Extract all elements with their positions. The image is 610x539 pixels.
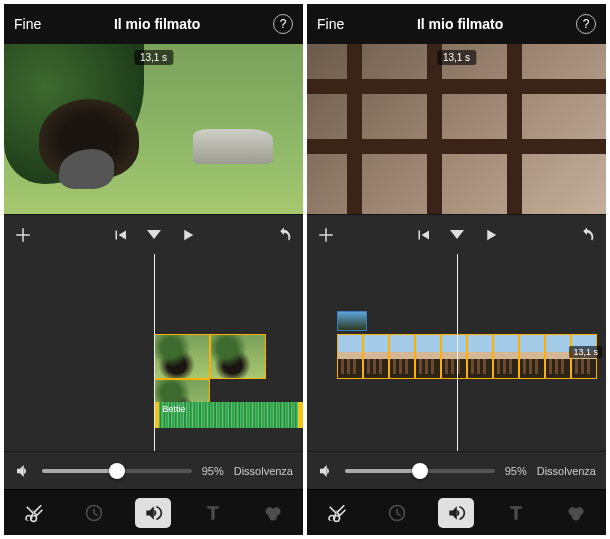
tool-bar (4, 489, 303, 535)
volume-tool[interactable] (438, 498, 474, 528)
clip-thumbnail[interactable] (154, 334, 210, 379)
playhead-line (154, 254, 155, 451)
clip-thumbnail[interactable] (519, 334, 545, 379)
skip-back-button[interactable] (414, 226, 432, 244)
playhead-indicator-icon (450, 230, 464, 239)
preview-timecode: 13,1 s (134, 50, 173, 65)
undo-button[interactable] (275, 226, 293, 244)
clip-thumbnail[interactable] (493, 334, 519, 379)
cut-tool[interactable] (319, 498, 355, 528)
text-tool[interactable] (498, 498, 534, 528)
play-button[interactable] (482, 226, 500, 244)
volume-slider[interactable] (42, 469, 192, 473)
filter-tool[interactable] (558, 498, 594, 528)
playhead-indicator-icon (147, 230, 161, 239)
clip-thumbnail[interactable] (363, 334, 389, 379)
add-media-button[interactable] (317, 226, 335, 244)
volume-percent: 95% (202, 465, 224, 477)
timeline-timecode: 13,1 s (569, 346, 602, 358)
done-button[interactable]: Fine (317, 16, 344, 32)
speed-tool[interactable] (379, 498, 415, 528)
project-title: Il mio filmato (114, 16, 200, 32)
fade-button[interactable]: Dissolvenza (537, 465, 596, 477)
timeline[interactable]: 13,1 s (307, 254, 606, 451)
preview-timecode: 13,1 s (437, 50, 476, 65)
clip-thumbnail[interactable] (441, 334, 467, 379)
audio-clip-label: Bettie (163, 404, 186, 414)
clip-thumbnail[interactable] (467, 334, 493, 379)
volume-row: 95% Dissolvenza (4, 451, 303, 489)
preview-area: 13,1 s (4, 44, 303, 214)
play-button[interactable] (179, 226, 197, 244)
volume-row: 95% Dissolvenza (307, 451, 606, 489)
volume-icon (317, 462, 335, 480)
volume-percent: 95% (505, 465, 527, 477)
undo-button[interactable] (578, 226, 596, 244)
slider-knob[interactable] (109, 463, 125, 479)
tool-bar (307, 489, 606, 535)
clip-thumbnail[interactable] (389, 334, 415, 379)
text-tool[interactable] (195, 498, 231, 528)
help-button[interactable]: ? (576, 14, 596, 34)
playhead-line (457, 254, 458, 451)
filter-tool[interactable] (255, 498, 291, 528)
volume-tool[interactable] (135, 498, 171, 528)
speed-tool[interactable] (76, 498, 112, 528)
help-button[interactable]: ? (273, 14, 293, 34)
volume-icon (14, 462, 32, 480)
svg-point-5 (572, 512, 580, 520)
clip-thumbnail[interactable] (210, 334, 266, 379)
video-track[interactable] (154, 334, 304, 379)
header: Fine Il mio filmato ? (4, 4, 303, 44)
slider-knob[interactable] (412, 463, 428, 479)
pip-clip[interactable] (337, 311, 367, 331)
volume-slider[interactable] (345, 469, 495, 473)
svg-point-2 (269, 512, 277, 520)
preview-area: 13,1 s (307, 44, 606, 214)
screen-right: Fine Il mio filmato ? 13,1 s 13,1 s 95% … (307, 4, 606, 535)
clip-thumbnail[interactable] (545, 334, 571, 379)
transport-bar (307, 214, 606, 254)
clip-thumbnail[interactable] (337, 334, 363, 379)
header: Fine Il mio filmato ? (307, 4, 606, 44)
transport-bar (4, 214, 303, 254)
screen-left: Fine Il mio filmato ? 13,1 s Bettie (4, 4, 303, 535)
fade-button[interactable]: Dissolvenza (234, 465, 293, 477)
clip-thumbnail[interactable] (415, 334, 441, 379)
cut-tool[interactable] (16, 498, 52, 528)
done-button[interactable]: Fine (14, 16, 41, 32)
audio-clip[interactable]: Bettie (154, 402, 304, 428)
video-track[interactable] (337, 334, 606, 379)
skip-back-button[interactable] (111, 226, 129, 244)
project-title: Il mio filmato (417, 16, 503, 32)
add-media-button[interactable] (14, 226, 32, 244)
timeline[interactable]: Bettie (4, 254, 303, 451)
